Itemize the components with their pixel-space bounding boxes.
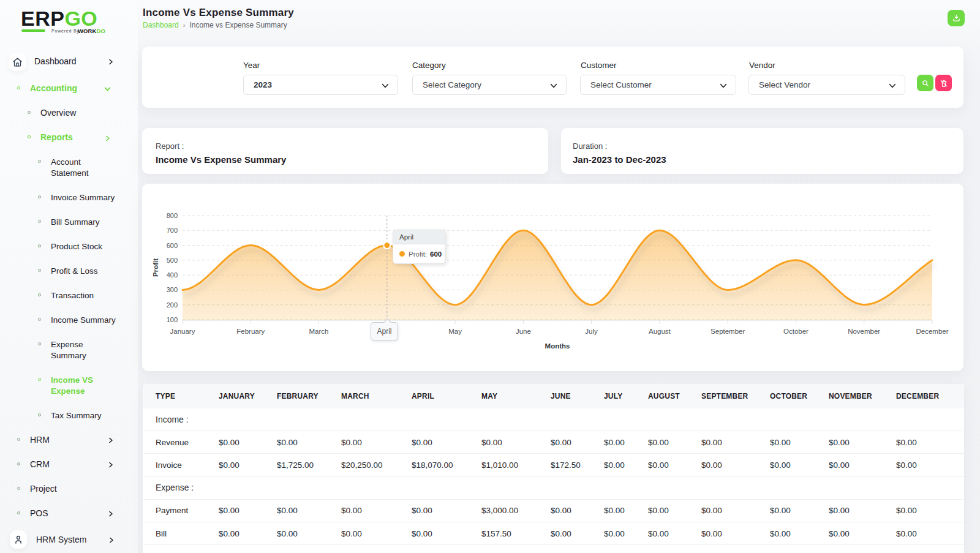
- svg-text:January: January: [170, 328, 195, 335]
- svg-text:Profit: Profit: [152, 258, 159, 277]
- svg-text:August: August: [649, 328, 671, 335]
- svg-text:November: November: [848, 328, 880, 335]
- svg-text:May: May: [448, 328, 462, 335]
- svg-text:800: 800: [167, 212, 178, 219]
- svg-text:February: February: [236, 328, 265, 335]
- svg-text:September: September: [710, 328, 745, 335]
- svg-text:Months: Months: [545, 342, 570, 350]
- svg-text:October: October: [783, 328, 809, 335]
- svg-text:700: 700: [167, 227, 178, 234]
- svg-text:March: March: [309, 328, 329, 335]
- svg-text:500: 500: [167, 257, 178, 264]
- svg-text:December: December: [916, 328, 948, 335]
- svg-text:600: 600: [167, 242, 178, 249]
- svg-text:July: July: [585, 328, 598, 335]
- svg-text:300: 300: [167, 286, 178, 293]
- svg-text:400: 400: [167, 271, 178, 279]
- svg-text:200: 200: [167, 301, 178, 309]
- svg-text:June: June: [516, 328, 531, 335]
- svg-text:100: 100: [167, 316, 178, 323]
